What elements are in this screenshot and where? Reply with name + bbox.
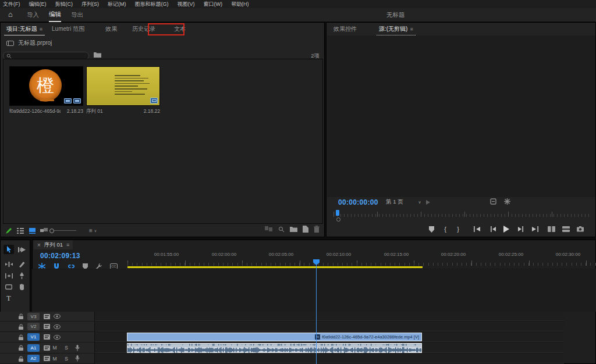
track-output-eye-icon[interactable] (54, 335, 61, 340)
sequence-name[interactable]: 序列 01 (86, 108, 103, 115)
tab-effects[interactable]: 效果 (103, 23, 119, 35)
mute-button[interactable]: M (51, 356, 58, 362)
lock-icon[interactable] (19, 356, 24, 362)
tab-source-monitor[interactable]: 源:(无剪辑) ≡ (377, 23, 416, 35)
tab-effect-controls[interactable]: 效果控件 (331, 23, 359, 35)
track-target-v1[interactable]: V1 (27, 333, 40, 341)
source-timecode[interactable]: 00:00:00:00 (338, 198, 378, 206)
close-icon[interactable]: × (37, 242, 41, 248)
sort-icon[interactable]: ≡ ∨ (89, 227, 97, 234)
go-to-in-icon[interactable] (472, 224, 481, 234)
menu-graphics[interactable]: 图形和标题(G) (135, 1, 169, 8)
timeline-sequence-tab[interactable]: × 序列 01 ≡ (34, 240, 73, 249)
insert-icon[interactable] (547, 224, 556, 234)
selection-tool[interactable] (3, 245, 14, 254)
playhead-line[interactable] (316, 260, 317, 364)
project-writable-icon[interactable] (3, 226, 15, 235)
clip-thumbnail[interactable]: 橙 (9, 66, 83, 106)
tab-project[interactable]: 项目:无标题 ≡ (4, 23, 45, 35)
step-forward-icon[interactable] (516, 224, 525, 234)
menu-edit[interactable]: 编辑(E) (29, 1, 47, 8)
solo-button[interactable]: S (63, 345, 70, 351)
export-frame-icon[interactable] (576, 224, 585, 234)
track-target-a1[interactable]: A1 (27, 344, 40, 352)
clip-name[interactable]: f0a9dd22-126c-465d-9a72.. (9, 108, 61, 114)
ripple-edit-tool[interactable] (3, 259, 14, 269)
mark-in-icon[interactable]: { (441, 224, 450, 234)
sync-lock-icon[interactable] (44, 356, 50, 361)
menu-clip[interactable]: 剪辑(C) (55, 1, 73, 8)
track-output-eye-icon[interactable] (54, 324, 61, 329)
nav-edit[interactable]: 编辑 (49, 8, 61, 22)
sync-lock-icon[interactable] (44, 345, 50, 351)
mark-out-icon[interactable]: } (453, 224, 463, 234)
nav-import[interactable]: 导入 (27, 8, 39, 22)
track-target-a2[interactable]: A2 (27, 355, 40, 362)
menu-markers[interactable]: 标记(M) (108, 1, 126, 8)
timeline-timecode[interactable]: 00:02:09:13 (40, 252, 80, 260)
source-zoom-handle[interactable] (336, 217, 340, 222)
play-icon[interactable] (501, 224, 510, 234)
audio-clip[interactable] (127, 343, 422, 353)
pen-tool[interactable] (16, 271, 27, 280)
razor-tool[interactable] (16, 259, 27, 269)
add-marker-icon[interactable] (427, 224, 436, 234)
flyout-arrow-icon[interactable] (426, 200, 430, 205)
slip-tool[interactable] (3, 271, 14, 280)
sync-lock-icon[interactable] (44, 314, 50, 319)
track-content-v2[interactable] (95, 322, 564, 331)
lock-icon[interactable] (19, 313, 24, 319)
go-to-out-icon[interactable] (530, 224, 540, 234)
source-playhead[interactable] (336, 210, 339, 216)
lock-icon[interactable] (19, 334, 24, 340)
voiceover-mic-icon[interactable] (75, 345, 80, 351)
search-input[interactable] (14, 53, 84, 59)
track-target-v3[interactable]: V3 (27, 313, 40, 320)
sequence-thumbnail[interactable] (86, 66, 160, 106)
slider-knob[interactable] (49, 229, 54, 233)
tab-lumetri-scopes[interactable]: Lumetri 范围 (49, 23, 87, 35)
home-icon[interactable]: ⌂ (8, 10, 13, 19)
nav-export[interactable]: 导出 (71, 8, 83, 22)
overwrite-icon[interactable] (561, 224, 570, 234)
freeform-view-icon[interactable] (38, 226, 49, 235)
menu-view[interactable]: 视图(V) (178, 1, 195, 8)
track-output-eye-icon[interactable] (54, 314, 61, 319)
new-bin-icon[interactable] (290, 226, 297, 232)
menu-file[interactable]: 文件(F) (3, 1, 20, 8)
button-editor-icon[interactable] (504, 198, 510, 205)
thumbnail-zoom-slider[interactable] (52, 230, 76, 231)
lock-icon[interactable] (19, 324, 24, 330)
trash-icon[interactable] (314, 226, 320, 233)
sync-lock-icon[interactable] (44, 334, 50, 340)
project-file-row[interactable]: 无标题.prproj (6, 39, 52, 47)
source-ruler[interactable] (334, 212, 590, 217)
page-select-dropdown[interactable]: 第 1 页 ∨ (386, 198, 430, 206)
menu-sequence[interactable]: 序列(S) (81, 1, 99, 8)
rectangle-tool[interactable] (3, 282, 14, 291)
find-icon[interactable] (278, 226, 285, 233)
track-content-v3[interactable] (95, 312, 564, 321)
panel-menu-icon[interactable]: ≡ (410, 26, 413, 32)
list-view-icon[interactable] (15, 226, 26, 235)
mute-button[interactable]: M (51, 345, 58, 351)
automate-to-sequence-icon[interactable] (265, 226, 273, 232)
video-clip[interactable]: fx f0a9dd22-126c-465d-9a72-e4a30286fede.… (127, 333, 422, 341)
step-back-icon[interactable] (488, 224, 498, 234)
icon-view-icon[interactable] (26, 226, 38, 235)
track-content-a2[interactable] (95, 354, 564, 363)
type-tool[interactable]: T (3, 294, 14, 303)
track-select-forward-tool[interactable] (16, 245, 27, 254)
solo-button[interactable]: S (63, 356, 70, 362)
timeline-ruler[interactable] (127, 259, 596, 266)
track-target-v2[interactable]: V2 (27, 323, 40, 330)
new-item-icon[interactable] (303, 226, 308, 233)
settings-icon[interactable] (490, 198, 496, 205)
menu-help[interactable]: 帮助(H) (231, 1, 249, 8)
panel-menu-icon[interactable]: ≡ (66, 242, 69, 248)
voiceover-mic-icon[interactable] (75, 355, 80, 362)
menu-window[interactable]: 窗口(W) (204, 1, 223, 8)
sync-lock-icon[interactable] (44, 324, 50, 329)
panel-menu-icon[interactable]: ≡ (40, 26, 42, 32)
lock-icon[interactable] (19, 345, 24, 351)
